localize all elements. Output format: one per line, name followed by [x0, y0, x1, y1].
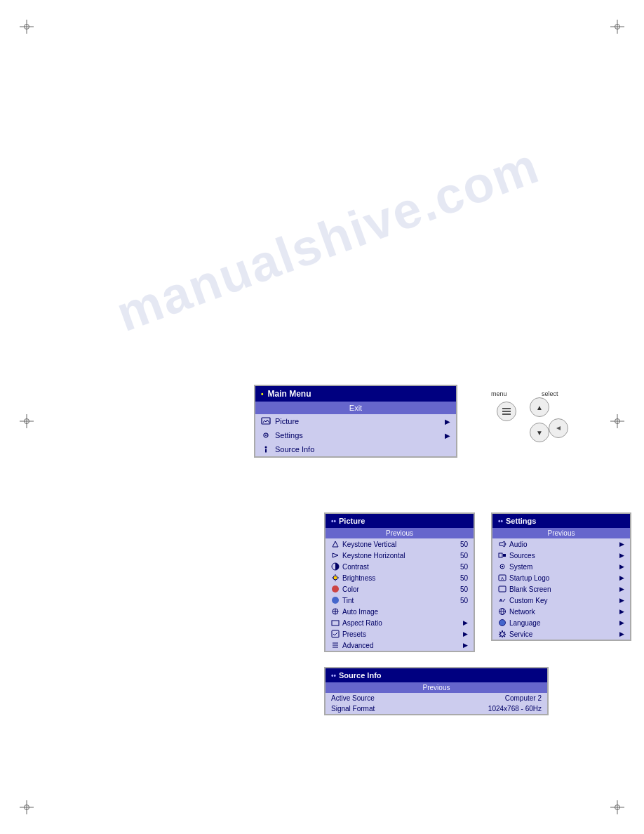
settings-item-language[interactable]: Language ▶: [492, 617, 630, 628]
crosshair-bottom-right: [610, 800, 624, 814]
picture-menu-title-bar: •• Picture: [326, 514, 474, 528]
sourceinfo-menu-previous[interactable]: Previous: [326, 682, 547, 693]
main-menu-title: Main Menu: [268, 389, 311, 399]
svg-point-3: [265, 446, 267, 449]
audio-icon: [498, 540, 507, 548]
picture-menu-bullet: ••: [331, 517, 336, 525]
svg-marker-24: [499, 541, 504, 547]
picture-item-autoimage[interactable]: Auto Image: [326, 606, 474, 617]
settings-item-audio[interactable]: Audio ▶: [492, 538, 630, 550]
main-menu-exit[interactable]: Exit: [255, 402, 456, 414]
color-value: 50: [460, 585, 468, 593]
autoimage-icon: [331, 607, 340, 616]
blank-screen-arrow: ▶: [619, 585, 624, 593]
main-menu[interactable]: • Main Menu Exit Picture ▶ Settings ▶ So…: [254, 385, 457, 458]
crosshair-top-right: [610, 20, 624, 34]
remote-menu-button[interactable]: [497, 402, 516, 421]
brightness-value: 50: [460, 574, 468, 582]
service-arrow: ▶: [619, 630, 624, 637]
remote-select-label: select: [542, 390, 558, 397]
tint-value: 50: [460, 597, 468, 604]
autoimage-label: Auto Image: [342, 608, 378, 616]
picture-menu[interactable]: •• Picture Previous Keystone Vertical 50…: [324, 512, 475, 652]
advanced-icon: [331, 641, 340, 649]
svg-rect-4: [265, 449, 267, 453]
brightness-label: Brightness: [342, 574, 375, 582]
main-menu-settings[interactable]: Settings ▶: [255, 428, 456, 442]
settings-item-service[interactable]: Service ▶: [492, 628, 630, 640]
contrast-value: 50: [460, 563, 468, 571]
picture-item-contrast[interactable]: Contrast 50: [326, 561, 474, 572]
svg-point-11: [333, 576, 337, 580]
picture-item-aspectratio[interactable]: Aspect Ratio ▶: [326, 617, 474, 628]
keystone-h-value: 50: [460, 552, 468, 560]
contrast-label: Contrast: [342, 563, 369, 571]
service-label: Service: [509, 630, 532, 638]
crosshair-mid-left: [20, 414, 34, 428]
picture-menu-previous[interactable]: Previous: [326, 528, 474, 538]
active-source-label: Active Source: [331, 694, 375, 702]
page-content: manualshive.com • Main Menu Exit Picture…: [0, 0, 644, 834]
active-source-value: Computer 2: [505, 694, 542, 702]
crosshair-mid-right: [610, 414, 624, 428]
sourceinfo-menu-title-bar: •• Source Info: [326, 668, 547, 682]
picture-item-presets[interactable]: Presets ▶: [326, 628, 474, 640]
language-label: Language: [509, 619, 541, 627]
remote-down-button[interactable]: ▼: [530, 423, 549, 442]
audio-arrow: ▶: [619, 541, 624, 548]
settings-item-system[interactable]: System ▶: [492, 561, 630, 572]
system-label: System: [509, 563, 532, 571]
sourceinfo-menu[interactable]: •• Source Info Previous Active Source Co…: [324, 667, 549, 715]
settings-item-blank-screen[interactable]: Blank Screen ▶: [492, 583, 630, 595]
language-icon: [498, 618, 507, 627]
settings-menu[interactable]: •• Settings Previous Audio ▶ Sources ▶ S…: [491, 512, 631, 641]
picture-item-color[interactable]: Color 50: [326, 583, 474, 595]
startup-logo-icon: A: [498, 574, 507, 582]
settings-menu-title-bar: •• Settings: [492, 514, 630, 528]
sourceinfo-active-source: Active Source Computer 2: [326, 693, 547, 703]
settings-item-network[interactable]: Network ▶: [492, 606, 630, 617]
main-menu-sourceinfo[interactable]: Source Info: [255, 442, 456, 456]
picture-item-keystone-v[interactable]: Keystone Vertical 50: [326, 538, 474, 550]
picture-icon: [261, 416, 271, 426]
network-label: Network: [509, 608, 535, 616]
picture-arrow-icon: ▶: [445, 418, 450, 425]
picture-item-keystone-h[interactable]: Keystone Horizontal 50: [326, 550, 474, 561]
svg-rect-31: [499, 586, 506, 592]
custom-key-arrow: ▶: [619, 597, 624, 604]
svg-marker-8: [333, 541, 338, 547]
crosshair-top-left: [20, 20, 34, 34]
settings-item-sources[interactable]: Sources ▶: [492, 550, 630, 561]
aspectratio-arrow: ▶: [463, 619, 468, 626]
picture-item-tint[interactable]: Tint 50: [326, 595, 474, 606]
sourceinfo-signal-format: Signal Format 1024x768 - 60Hz: [326, 703, 547, 714]
svg-rect-7: [502, 413, 511, 415]
picture-menu-title: Picture: [339, 517, 365, 525]
settings-menu-bullet: ••: [498, 517, 503, 525]
svg-text:A: A: [501, 576, 504, 581]
settings-item-custom-key[interactable]: Custom Key ▶: [492, 595, 630, 606]
svg-point-2: [265, 435, 267, 436]
system-icon: [498, 562, 507, 571]
settings-item-startup-logo[interactable]: A Startup Logo ▶: [492, 572, 630, 583]
remote-menu-label: menu: [491, 390, 507, 397]
main-menu-picture-label: Picture: [275, 417, 299, 425]
main-menu-picture[interactable]: Picture ▶: [255, 414, 456, 428]
keystone-v-value: 50: [460, 541, 468, 548]
picture-item-advanced[interactable]: Advanced ▶: [326, 640, 474, 651]
advanced-arrow: ▶: [463, 642, 468, 649]
audio-label: Audio: [509, 541, 528, 548]
keystone-h-icon: [331, 551, 340, 560]
sourceinfo-menu-title: Source Info: [339, 671, 382, 680]
svg-rect-20: [332, 630, 339, 637]
brightness-icon: [331, 574, 340, 582]
tint-label: Tint: [342, 597, 354, 604]
picture-item-brightness[interactable]: Brightness 50: [326, 572, 474, 583]
main-menu-title-bar: • Main Menu: [255, 386, 456, 402]
remote-select-button[interactable]: [549, 418, 568, 438]
remote-up-button[interactable]: ▲: [530, 397, 549, 417]
sourceinfo-menu-bullet: ••: [331, 672, 336, 680]
service-icon: [498, 630, 507, 638]
svg-rect-19: [332, 621, 339, 626]
settings-menu-previous[interactable]: Previous: [492, 528, 630, 538]
